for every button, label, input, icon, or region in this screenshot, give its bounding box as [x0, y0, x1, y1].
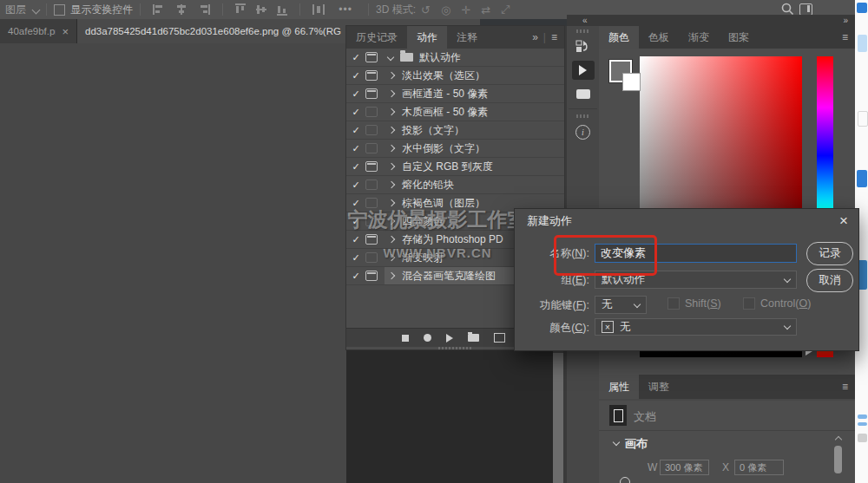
align-bottom-icon[interactable]: [277, 3, 287, 16]
include-check-icon[interactable]: ✓: [346, 252, 365, 264]
3d-scale-icon[interactable]: ⤢: [501, 3, 510, 16]
action-row[interactable]: ✓ 熔化的铅块: [346, 176, 564, 194]
collapse-panels-icon[interactable]: «: [582, 16, 588, 25]
tab-properties[interactable]: 属性: [599, 375, 639, 399]
include-check-icon[interactable]: ✓: [346, 143, 365, 154]
action-row[interactable]: ✓ 自定义 RGB 到灰度: [346, 158, 564, 176]
action-set-row[interactable]: ✓ 默认动作: [346, 49, 564, 67]
include-check-icon[interactable]: ✓: [346, 125, 365, 136]
align-right-icon[interactable]: [198, 4, 210, 15]
new-set-folder-icon[interactable]: [468, 334, 479, 342]
set-select[interactable]: 默认动作: [595, 271, 797, 289]
function-key-select[interactable]: 无: [595, 296, 647, 314]
checkbox-icon[interactable]: [54, 4, 65, 16]
section-chevron-icon[interactable]: [613, 439, 620, 446]
link-dimensions-icon[interactable]: [620, 477, 630, 483]
tab-gradients[interactable]: 渐变: [679, 26, 719, 49]
close-icon[interactable]: ×: [839, 212, 848, 230]
include-check-icon[interactable]: ✓: [346, 70, 365, 82]
actions-panel-icon[interactable]: [572, 61, 595, 80]
modal-toggle-icon[interactable]: [365, 234, 378, 245]
include-check-icon[interactable]: ✓: [346, 161, 365, 173]
modal-toggle-icon[interactable]: [365, 216, 378, 226]
expand-chevron-icon[interactable]: [388, 218, 395, 225]
include-check-icon[interactable]: ✓: [346, 216, 365, 227]
action-row[interactable]: ✓ 水中倒影（文字）: [346, 140, 564, 158]
checkbox-icon[interactable]: [743, 297, 755, 310]
new-action-icon[interactable]: [494, 333, 505, 343]
drag-grip-icon[interactable]: [576, 29, 590, 33]
control-checkbox[interactable]: Control(O): [743, 297, 811, 310]
3d-slide-icon[interactable]: ⇄: [481, 3, 490, 16]
stop-icon[interactable]: [402, 335, 409, 342]
action-row[interactable]: ✓ 淡出效果（选区）: [346, 67, 564, 85]
tab-actions[interactable]: 动作: [407, 26, 447, 49]
align-left-icon[interactable]: [153, 4, 165, 15]
scrollbar-thumb[interactable]: [834, 446, 842, 473]
modal-toggle-icon[interactable]: [365, 125, 378, 135]
scroll-up-icon[interactable]: [835, 436, 842, 443]
action-row[interactable]: ✓ 画框通道 - 50 像素: [346, 85, 564, 103]
action-row[interactable]: ✓ 投影（文字）: [346, 121, 564, 140]
3d-roll-icon[interactable]: ◎: [441, 3, 450, 16]
document-image[interactable]: [346, 349, 553, 483]
collapse-panel-icon[interactable]: »: [532, 31, 538, 43]
expand-chevron-icon[interactable]: [388, 181, 395, 188]
panel-menu-icon[interactable]: ≡: [551, 31, 557, 43]
expand-chevron-icon[interactable]: [388, 127, 395, 134]
tab-color[interactable]: 颜色: [599, 26, 639, 49]
align-top-icon[interactable]: [235, 3, 246, 16]
info-panel-icon[interactable]: i: [572, 122, 595, 141]
shift-checkbox[interactable]: Shift(S): [667, 297, 721, 310]
expand-chevron-icon[interactable]: [388, 254, 395, 261]
x-input[interactable]: 0 像素: [734, 460, 784, 475]
document-scrollbar[interactable]: [553, 353, 563, 483]
checkbox-icon[interactable]: [667, 297, 680, 310]
expand-chevron-icon[interactable]: [388, 90, 395, 97]
modal-toggle-icon[interactable]: [365, 198, 378, 208]
tab-notes[interactable]: 注释: [447, 26, 487, 49]
3d-orbit-icon[interactable]: ↺: [421, 3, 431, 16]
action-row[interactable]: ✓ 木质画框 - 50 像素: [346, 103, 564, 121]
auto-select-layer-dropdown[interactable]: 图层: [5, 3, 39, 17]
panel-menu-icon[interactable]: ≡: [842, 31, 848, 43]
workspace-switcher-icon[interactable]: [799, 3, 812, 16]
color-select[interactable]: × 无: [595, 318, 797, 336]
align-middle-v-icon[interactable]: [256, 3, 266, 16]
search-icon[interactable]: [781, 3, 794, 16]
modal-toggle-icon[interactable]: [365, 107, 378, 117]
properties-scrollbar[interactable]: [833, 434, 844, 483]
notes-panel-icon[interactable]: [572, 84, 595, 103]
expand-chevron-icon[interactable]: [388, 236, 395, 243]
modal-toggle-icon[interactable]: [365, 52, 378, 62]
distribute-icon[interactable]: [312, 4, 325, 15]
history-panel-icon[interactable]: [572, 37, 595, 56]
modal-toggle-icon[interactable]: [365, 271, 378, 281]
cancel-button[interactable]: 取消: [806, 269, 853, 292]
close-tab-icon[interactable]: ×: [62, 25, 69, 38]
width-input[interactable]: 300 像素: [660, 460, 709, 475]
tab-history[interactable]: 历史记录: [346, 26, 407, 49]
panel-menu-icon[interactable]: ≡: [842, 381, 848, 393]
tab-adjustments[interactable]: 调整: [639, 375, 679, 399]
record-icon[interactable]: [424, 334, 431, 342]
include-check-icon[interactable]: ✓: [346, 271, 365, 282]
include-check-icon[interactable]: ✓: [346, 198, 365, 209]
expand-chevron-icon[interactable]: [388, 108, 395, 115]
record-button[interactable]: 记录: [806, 242, 853, 265]
expand-panels-icon[interactable]: »: [843, 16, 848, 25]
modal-toggle-icon[interactable]: [365, 252, 378, 263]
expand-chevron-icon[interactable]: [388, 145, 395, 152]
more-options-icon[interactable]: •••: [339, 3, 352, 16]
panel-resize-grip[interactable]: [438, 347, 471, 349]
collapse-chevron-icon[interactable]: [387, 54, 394, 61]
include-check-icon[interactable]: ✓: [346, 179, 365, 191]
expand-chevron-icon[interactable]: [388, 199, 395, 206]
show-transform-checkbox[interactable]: 显示变换控件: [54, 3, 133, 17]
document-tab-inactive[interactable]: 40afe9bf.png ×: [0, 19, 77, 43]
modal-toggle-icon[interactable]: [365, 179, 378, 190]
align-center-h-icon[interactable]: [175, 4, 187, 15]
modal-toggle-icon[interactable]: [365, 161, 378, 172]
background-color-swatch[interactable]: [622, 73, 641, 91]
include-check-icon[interactable]: ✓: [346, 234, 365, 245]
